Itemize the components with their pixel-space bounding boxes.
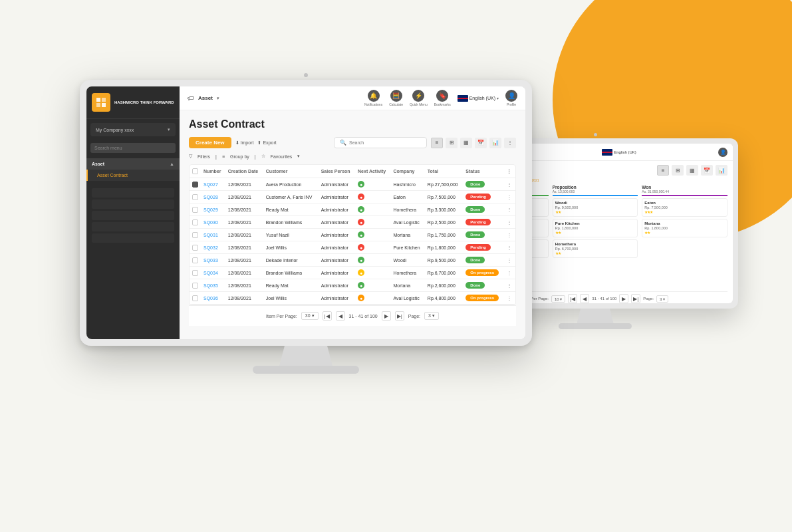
row-customer: Joel Willis	[263, 241, 319, 254]
bookmarks-nav-item[interactable]: 🔖 Bookmarks	[434, 90, 451, 106]
export-button[interactable]: ⬆ Export	[257, 140, 276, 146]
filters-btn[interactable]: Filters	[198, 154, 210, 159]
row-actions-icon[interactable]: ⋮	[507, 194, 512, 200]
row-actions: ⋮	[504, 241, 515, 254]
row-actions-icon[interactable]: ⋮	[507, 207, 512, 213]
row-checkbox[interactable]	[192, 245, 198, 251]
activity-icon: ●	[358, 231, 364, 238]
row-checkbox[interactable]	[192, 194, 198, 200]
more-view-btn[interactable]: ⋮	[504, 138, 516, 148]
import-button[interactable]: ⬇ Import	[235, 140, 254, 146]
table-row[interactable]: SQ027 12/08/2021 Avera Production Admini…	[190, 178, 515, 191]
quick-menu-label: Quick Menu	[410, 102, 428, 106]
calendar-view-btn[interactable]: 📅	[475, 138, 487, 148]
row-checkbox[interactable]	[192, 207, 198, 213]
row-checkbox[interactable]	[192, 232, 198, 238]
row-actions-icon[interactable]: ⋮	[507, 232, 512, 238]
sidebar-menu-item-5[interactable]	[92, 233, 174, 243]
row-activity: ●	[355, 203, 390, 216]
bookmarks-label: Bookmarks	[434, 102, 451, 106]
table-row[interactable]: SQ036 12/08/2021 Joel Willis Administrat…	[190, 292, 515, 305]
asset-label: Asset	[92, 162, 104, 166]
row-actions-icon[interactable]: ⋮	[507, 257, 512, 263]
table-row[interactable]: SQ031 12/08/2021 Yusuf Nazil Administrat…	[190, 229, 515, 241]
per-page-2[interactable]: 10 ▾	[551, 295, 565, 303]
company-selector[interactable]: My Company xxxx ▾	[90, 123, 176, 136]
create-new-button[interactable]: Create New	[189, 137, 231, 148]
row-number: SQ029	[201, 203, 225, 216]
search-input-main[interactable]	[349, 140, 416, 145]
sidebar-item-asset-contract[interactable]: Asset Contract	[86, 170, 180, 181]
search-box[interactable]: 🔍	[334, 137, 427, 148]
calculate-nav-item[interactable]: 🧮 Calculate	[389, 90, 403, 106]
next-page-btn[interactable]: ▶	[382, 311, 391, 321]
first-page-btn-2[interactable]: |◀	[568, 294, 577, 303]
row-checkbox[interactable]	[192, 182, 198, 188]
list-view-btn[interactable]: ≡	[431, 138, 443, 148]
select-all-checkbox[interactable]	[192, 168, 198, 174]
row-activity: ●	[355, 292, 390, 305]
sidebar-menu-item-3[interactable]	[92, 211, 174, 220]
calendar-view-icon-secondary[interactable]: 📅	[701, 165, 713, 176]
chart-view-btn[interactable]: 📊	[489, 138, 501, 148]
table-row[interactable]: SQ033 12/08/2021 Dekade Interior Adminis…	[190, 254, 515, 267]
table-row[interactable]: SQ035 12/08/2021 Ready Mat Administrator…	[190, 279, 515, 292]
page-label-2: Page:	[643, 297, 654, 301]
next-page-btn-2[interactable]: ▶	[619, 294, 628, 303]
kanban-view-btn[interactable]: ▦	[460, 138, 472, 148]
svg-rect-2	[96, 103, 100, 107]
status-badge: On progress	[465, 269, 499, 276]
chart-view-icon-secondary[interactable]: 📊	[716, 165, 727, 176]
row-actions-icon[interactable]: ⋮	[507, 270, 512, 276]
language-label-secondary: English (UK)	[614, 150, 636, 154]
group-by-btn[interactable]: Group by	[230, 154, 249, 159]
row-actions-icon[interactable]: ⋮	[507, 182, 512, 188]
row-actions-icon[interactable]: ⋮	[507, 245, 512, 251]
first-page-btn[interactable]: |◀	[323, 311, 332, 321]
row-actions-icon[interactable]: ⋮	[507, 219, 512, 225]
activity-icon: ●	[358, 282, 364, 289]
asset-section-header[interactable]: Asset ▲	[86, 158, 180, 170]
nav-module-label[interactable]: Asset	[198, 95, 213, 101]
prev-page-btn-2[interactable]: ◀	[580, 294, 589, 303]
grid-view-btn[interactable]: ⊞	[446, 138, 458, 148]
prev-page-btn[interactable]: ◀	[336, 311, 345, 321]
export-icon: ⬆	[257, 140, 261, 146]
language-selector[interactable]: English (UK) ▾	[458, 95, 499, 102]
language-secondary: English (UK)	[602, 149, 636, 156]
row-checkbox[interactable]	[192, 257, 198, 263]
row-sales: Administrator	[319, 203, 355, 216]
kanban-view-icon-secondary[interactable]: ▦	[686, 165, 698, 176]
list-view-icon-secondary[interactable]: ≡	[657, 165, 669, 176]
row-checkbox[interactable]	[192, 219, 198, 225]
notifications-nav-item[interactable]: 🔔 Notifications	[364, 90, 382, 106]
activity-icon: ●	[358, 295, 364, 301]
table-row[interactable]: SQ034 12/08/2021 Brandon Williams Admini…	[190, 267, 515, 279]
row-checkbox[interactable]	[192, 295, 198, 301]
row-date: 12/08/2021	[225, 203, 263, 216]
sidebar-menu-item-1[interactable]	[92, 188, 174, 198]
row-checkbox[interactable]	[192, 283, 198, 289]
profile-nav-item[interactable]: 👤 Profile	[505, 90, 517, 106]
row-actions-icon[interactable]: ⋮	[507, 283, 512, 289]
row-total: Rp.2,600,000	[425, 279, 463, 292]
favourites-btn[interactable]: Favourites	[271, 154, 293, 159]
row-actions: ⋮	[504, 267, 515, 279]
row-checkbox[interactable]	[192, 270, 198, 276]
table-row[interactable]: SQ029 12/08/2021 Ready Mat Administrator…	[190, 203, 515, 216]
last-page-btn[interactable]: ▶|	[395, 311, 404, 321]
page-num-selector[interactable]: 3 ▾	[424, 312, 439, 320]
grid-view-icon-secondary[interactable]: ⊞	[672, 165, 684, 176]
sidebar-menu-item-2[interactable]	[92, 200, 174, 209]
quick-menu-nav-item[interactable]: ⚡ Quick Menu	[410, 90, 428, 106]
per-page-selector[interactable]: 30 ▾	[301, 312, 319, 320]
table-row[interactable]: SQ028 12/08/2021 Customer A, Faris INV A…	[190, 191, 515, 203]
table-row[interactable]: SQ030 12/08/2021 Brandon Williams Admini…	[190, 216, 515, 229]
table-row[interactable]: SQ032 12/08/2021 Joel Willis Administrat…	[190, 241, 515, 254]
sidebar-menu-item-4[interactable]	[92, 222, 174, 231]
row-actions-icon[interactable]: ⋮	[507, 295, 512, 301]
page-num-2[interactable]: 3 ▾	[656, 295, 668, 303]
row-customer: Customer A, Faris INV	[263, 191, 319, 203]
last-page-btn-2[interactable]: ▶|	[631, 294, 640, 303]
sidebar-search[interactable]: Search menu	[90, 143, 176, 153]
